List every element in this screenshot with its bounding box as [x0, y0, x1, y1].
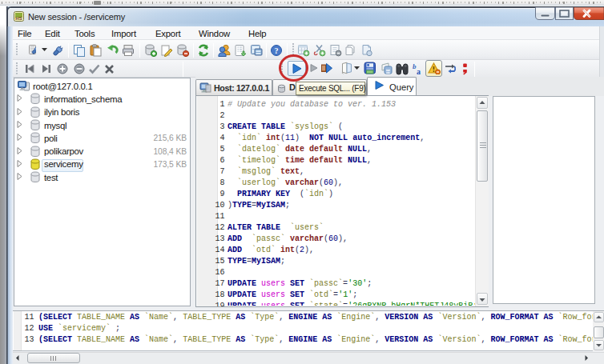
svg-text:?: ?	[275, 46, 279, 55]
svg-text:HS: HS	[15, 16, 22, 21]
svg-text:a: a	[417, 67, 421, 75]
